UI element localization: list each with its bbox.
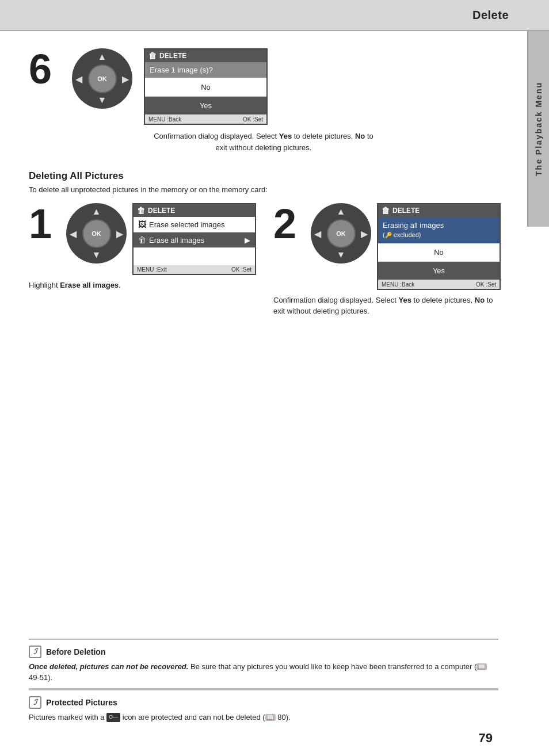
note-icon-2: ℐ: [29, 696, 41, 709]
lock-icon: O—: [106, 713, 120, 722]
erase-selected-icon: 🖼: [138, 220, 146, 229]
step2-erasing-sub: (🔑 excluded): [383, 231, 495, 239]
step2-dpad-outer: ▲ ▼ ◀ ▶ OK: [311, 203, 371, 264]
step1-number: 1: [29, 203, 60, 245]
step1-lcd-header: 🗑 DELETE: [134, 204, 255, 217]
step6-lcd-footer: MENU :Back OK :Set: [145, 115, 266, 124]
step1-erase-all: 🗑 Erase all images ▶: [134, 232, 255, 248]
protected-body: Pictures marked with a O— icon are prote…: [29, 712, 498, 723]
step2-yes-option: Yes: [378, 262, 500, 280]
step2-dpad-up: ▲: [337, 207, 346, 217]
right-side-tab: The Playback Menu: [527, 31, 549, 227]
step6-lcd-header: 🗑 DELETE: [145, 49, 266, 62]
step1-dpad-right: ▶: [116, 228, 123, 239]
step1-footer-exit: MENU :Exit: [137, 266, 167, 273]
step1-row: 1 ▲ ▼ ◀ ▶ OK 🗑: [29, 203, 256, 275]
page-number: 79: [479, 731, 493, 746]
step1-dpad-down: ▼: [92, 250, 101, 260]
step1-lcd: 🗑 DELETE 🖼 Erase selected images 🗑 Erase…: [132, 203, 256, 275]
protected-header: ℐ Protected Pictures: [29, 696, 498, 709]
protected-pictures-note: ℐ Protected Pictures Pictures marked wit…: [29, 689, 498, 728]
right-arrow-icon: ▶: [245, 236, 250, 245]
step6-number: 6: [29, 48, 60, 90]
step2-no-option: No: [378, 243, 500, 262]
step6-footer-set: OK :Set: [243, 116, 263, 123]
main-content: 6 ▲ ▼ ◀ ▶ OK 🗑 DELETE Erase 1 image (: [0, 31, 527, 756]
step2-erasing-header: Erasing all images (🔑 excluded): [378, 217, 500, 243]
deleting-all-subtitle: To delete all unprotected pictures in th…: [29, 185, 498, 194]
step2-caption: Confirmation dialog displayed. Select Ye…: [273, 295, 501, 317]
ok-button[interactable]: OK: [88, 64, 117, 93]
trash-icon: 🗑: [148, 51, 157, 60]
deleting-all-section: Deleting All Pictures To delete all unpr…: [29, 170, 498, 317]
step6-lcd: 🗑 DELETE Erase 1 image (s)? No Yes MENU …: [144, 48, 268, 125]
step2-dpad-right: ▶: [361, 228, 368, 239]
top-bar: Delete: [0, 0, 549, 31]
step2-dpad-left: ◀: [314, 228, 321, 239]
step2-dpad-down: ▼: [337, 250, 346, 260]
step1-lcd-spacer: [134, 248, 255, 265]
step6-caption: Confirmation dialog displayed. Select Ye…: [148, 131, 379, 153]
step1-dpad-outer: ▲ ▼ ◀ ▶ OK: [66, 203, 127, 264]
erase-all-icon: 🗑: [138, 235, 146, 245]
step1-footer-set: OK :Set: [231, 266, 251, 273]
step6-row: 6 ▲ ▼ ◀ ▶ OK 🗑 DELETE Erase 1 image (: [29, 48, 498, 125]
dpad-up-icon: ▲: [98, 52, 107, 62]
step2-control-pad: ▲ ▼ ◀ ▶ OK: [311, 203, 371, 264]
step6-no-option: No: [145, 78, 266, 97]
step6-yes-option: Yes: [145, 97, 266, 115]
step2-lcd-footer: MENU :Back OK :Set: [378, 280, 500, 289]
step1-control-pad: ▲ ▼ ◀ ▶ OK: [66, 203, 127, 264]
right-tab-label: The Playback Menu: [534, 82, 543, 176]
step2-ok-button[interactable]: OK: [327, 219, 356, 248]
step1-ok-button[interactable]: OK: [82, 219, 111, 248]
step6-footer-back: MENU :Back: [148, 116, 181, 123]
before-deletion-body: Once deleted, pictures can not be recove…: [29, 661, 498, 684]
before-deletion-note: ℐ Before Deletion Once deleted, pictures…: [29, 639, 498, 688]
notes-section: ℐ Before Deletion Once deleted, pictures…: [29, 639, 498, 728]
ref-icon-1: 📖: [476, 663, 487, 670]
step1-dpad-left: ◀: [70, 228, 77, 239]
dpad-right-icon: ▶: [122, 73, 129, 84]
step1-trash-icon: 🗑: [137, 206, 145, 215]
step2-lcd: 🗑 DELETE Erasing all images (🔑 excluded)…: [377, 203, 501, 290]
protected-title: Protected Pictures: [46, 698, 117, 707]
step2-row: 2 ▲ ▼ ◀ ▶ OK 🗑: [273, 203, 501, 290]
ref-icon-2: 📖: [265, 714, 276, 721]
before-deletion-header: ℐ Before Deletion: [29, 646, 498, 658]
step6-erase-question: Erase 1 image (s)?: [145, 62, 266, 78]
step2-col: 2 ▲ ▼ ◀ ▶ OK 🗑: [273, 203, 501, 317]
step1-caption: Highlight Erase all images.: [29, 280, 121, 291]
note-icon-1: ℐ: [29, 646, 41, 658]
step2-lcd-header: 🗑 DELETE: [378, 204, 500, 217]
step2-number: 2: [273, 203, 305, 245]
before-deletion-title: Before Deletion: [46, 647, 105, 656]
step2-trash-icon: 🗑: [382, 206, 390, 215]
step1-dpad-up: ▲: [92, 207, 101, 217]
step1-lcd-footer: MENU :Exit OK :Set: [134, 265, 255, 274]
dpad-left-icon: ◀: [75, 73, 82, 84]
two-col-steps: 1 ▲ ▼ ◀ ▶ OK 🗑: [29, 203, 498, 317]
step2-footer-set: OK :Set: [476, 281, 496, 288]
step1-erase-selected: 🖼 Erase selected images: [134, 217, 255, 232]
deleting-all-heading: Deleting All Pictures: [29, 170, 498, 182]
page-title: Delete: [472, 9, 509, 22]
step6-section: 6 ▲ ▼ ◀ ▶ OK 🗑 DELETE Erase 1 image (: [29, 48, 498, 153]
step6-control-pad: ▲ ▼ ◀ ▶ OK: [72, 48, 132, 109]
dpad-down-icon: ▼: [98, 95, 107, 105]
step1-col: 1 ▲ ▼ ◀ ▶ OK 🗑: [29, 203, 256, 291]
dpad-outer: ▲ ▼ ◀ ▶ OK: [72, 48, 132, 109]
step2-footer-back: MENU :Back: [382, 281, 414, 288]
